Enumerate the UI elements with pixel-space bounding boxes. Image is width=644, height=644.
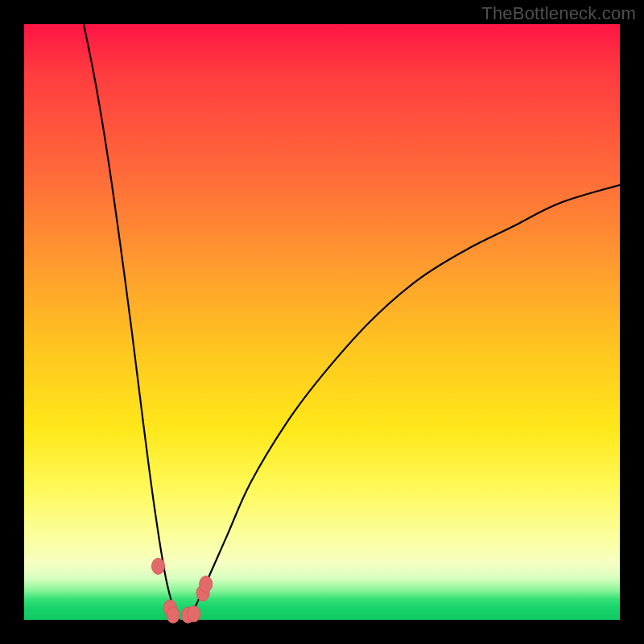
chart-overlay (24, 24, 620, 620)
highlighted-markers (152, 558, 213, 623)
marker-point (200, 576, 213, 592)
marker-point (167, 607, 180, 623)
bottleneck-curve (84, 24, 620, 622)
plot-area (24, 24, 620, 620)
watermark-text: TheBottleneck.com (481, 3, 636, 24)
marker-point (152, 558, 165, 574)
marker-point (188, 606, 200, 622)
chart-frame: TheBottleneck.com (0, 0, 644, 644)
